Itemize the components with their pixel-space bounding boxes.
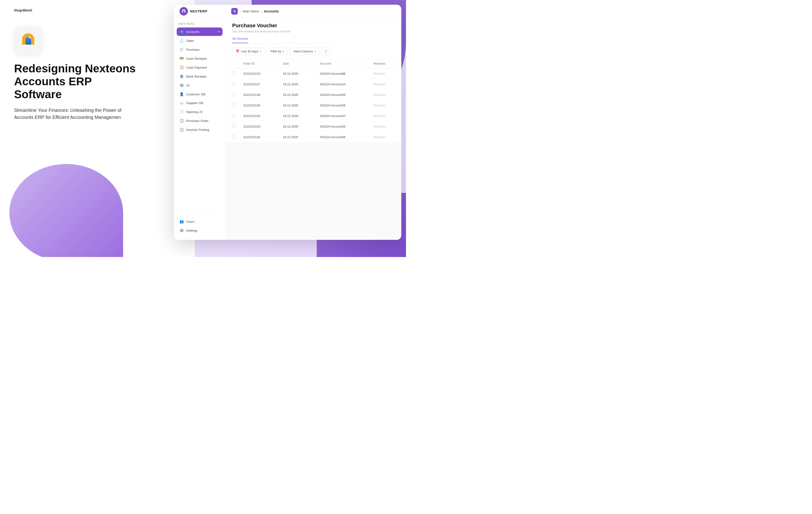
sidebar-item-customer-ob[interactable]: 👤 Customer OB: [177, 90, 223, 98]
view-columns-label: View Columns: [293, 50, 313, 53]
voucher-table: Order ID Date Account Remarks 3123123133…: [226, 59, 401, 142]
sidebar-item-jv[interactable]: ⚙️ JV: [177, 81, 223, 90]
filter-by-button[interactable]: Filter by ▾: [267, 48, 288, 55]
tabs-row: All Voucher: [232, 37, 395, 43]
row-checkbox[interactable]: [232, 82, 236, 86]
sidebar-label-supplier-ob: Supplier OB: [186, 101, 203, 105]
delete-button[interactable]: 🗑: [322, 47, 330, 55]
settings-icon: ⚙️: [179, 228, 184, 233]
sidebar-item-opening-jv[interactable]: 📄 Opening JV: [177, 108, 223, 116]
sidebar-label-opening-jv: Opening JV: [186, 110, 203, 114]
row-account: 343124-Account66: [316, 68, 370, 79]
row-account: 343124-Account25: [316, 121, 370, 132]
row-checkbox-cell[interactable]: [226, 111, 239, 121]
date-filter-chevron-icon: ▾: [260, 50, 261, 53]
voucher-posting-icon: 📋: [179, 127, 184, 132]
row-remarks: Remarks: [370, 68, 401, 79]
row-checkbox-cell[interactable]: [226, 121, 239, 132]
sidebar-item-purchase[interactable]: 🛒 Purchase: [177, 46, 223, 54]
sidebar-item-cash-payment[interactable]: 📋 Cash Payment: [177, 63, 223, 72]
sidebar-item-settings[interactable]: ⚙️ Settings: [177, 226, 223, 235]
sidebar-label-users: Users: [186, 220, 194, 223]
erp-toolbar: 📅 Last 30 days ▾ Filter by ▾ View Column…: [226, 43, 401, 59]
sidebar-label-voucher-posting: Voucher Posting: [186, 128, 209, 131]
table-row[interactable]: 3123123133 24.12.2020 343124-Account25 R…: [226, 121, 401, 132]
row-checkbox-cell[interactable]: [226, 132, 239, 142]
table-row[interactable]: 3123123132 24.12.2020 343124-Account26 R…: [226, 132, 401, 142]
row-order-id: 3123123134: [239, 100, 279, 111]
date-filter-button[interactable]: 📅 Last 30 days ▾: [232, 48, 265, 55]
table-row[interactable]: 3123123134 24.12.2020 343124-Account28 R…: [226, 100, 401, 111]
row-checkbox[interactable]: [232, 103, 236, 107]
sales-icon: 🧾: [179, 38, 184, 43]
row-checkbox-cell[interactable]: [226, 68, 239, 79]
sidebar-label-jv: JV: [186, 84, 190, 87]
table-body: 3123123133 24.12.2020 343124-Account66 R…: [226, 68, 401, 142]
breadcrumb-main-menu[interactable]: Main Menu: [243, 9, 259, 13]
row-checkbox[interactable]: [232, 114, 236, 117]
sidebar-item-purchase-order[interactable]: 📋 Purchase Order: [177, 117, 223, 125]
col-header-account[interactable]: Account: [316, 59, 370, 68]
row-date: 24.12.2020: [279, 111, 316, 121]
left-panel: thegr8binil Redesigning Nexteons Account…: [0, 0, 195, 257]
calendar-icon: 📅: [236, 50, 239, 53]
sidebar-label-settings: Settings: [186, 229, 198, 232]
sidebar-item-supplier-ob[interactable]: 🗂 Supplier OB: [177, 99, 223, 107]
col-header-date[interactable]: Date: [279, 59, 316, 68]
users-icon: 👥: [179, 219, 184, 224]
table-row[interactable]: 3123123137 24.12.2020 343124-Account14 R…: [226, 79, 401, 90]
breadcrumb-sep-2: ›: [261, 9, 262, 13]
row-date: 24.12.2020: [279, 68, 316, 79]
app-icon-svg: [19, 31, 37, 50]
row-checkbox-cell[interactable]: [226, 90, 239, 100]
row-date: 24.12.2020: [279, 90, 316, 100]
erp-sidebar: MAIN MENU 💠 Accounts ▾ 🧾 Sales 🛒 Purchas…: [174, 18, 226, 240]
row-checkbox[interactable]: [232, 93, 236, 96]
row-date: 24.12.2020: [279, 79, 316, 90]
row-order-id: 3123123134: [239, 111, 279, 121]
row-checkbox-cell[interactable]: [226, 79, 239, 90]
sidebar-item-cash-receipts[interactable]: 💳 Cash Receipts: [177, 54, 223, 63]
purchase-order-icon: 📋: [179, 119, 184, 123]
row-account: 343124-Account14: [316, 79, 370, 90]
sidebar-section-label: MAIN MENU: [177, 23, 223, 25]
row-checkbox[interactable]: [232, 135, 236, 139]
row-checkbox[interactable]: [232, 71, 236, 75]
table-row[interactable]: 3123123136 24.12.2020 343124-Account29 R…: [226, 90, 401, 100]
row-order-id: 3123123132: [239, 132, 279, 142]
sidebar-item-sales[interactable]: 🧾 Sales: [177, 36, 223, 45]
erp-table-wrapper[interactable]: Order ID Date Account Remarks 3123123133…: [226, 59, 401, 240]
col-header-remarks[interactable]: Remarks: [370, 59, 401, 68]
breadcrumb-home-icon: ⊞: [231, 8, 238, 14]
col-header-order-id[interactable]: Order ID: [239, 59, 279, 68]
row-remarks: Remarks: [370, 100, 401, 111]
erp-ui-container: NEXTERP ⊞ › Main Menu › Accounts MAIN ME…: [174, 5, 401, 252]
bank-receipts-icon: 🏦: [179, 74, 184, 79]
row-remarks: Remarks: [370, 90, 401, 100]
breadcrumb-current: Accounts: [264, 9, 279, 13]
sidebar-label-accounts: Accounts: [186, 30, 199, 34]
erp-main: Purchase Voucher You are viewing the tot…: [226, 18, 401, 240]
row-remarks: Remarks: [370, 79, 401, 90]
tab-all-voucher[interactable]: All Voucher: [232, 37, 248, 43]
cash-receipts-icon: 💳: [179, 56, 184, 61]
subtitle: Streamline Your Finances: Unleashing the…: [14, 107, 132, 121]
breadcrumb-sep-1: ›: [240, 9, 241, 13]
row-remarks: Remarks: [370, 132, 401, 142]
sidebar-item-users[interactable]: 👥 Users: [177, 217, 223, 226]
table-row[interactable]: 3123123134 24.12.2020 343124-Account27 R…: [226, 111, 401, 121]
delete-icon: 🗑: [324, 49, 328, 53]
row-date: 24.12.2020: [279, 100, 316, 111]
view-columns-button[interactable]: View Columns ▾: [290, 48, 319, 55]
logo-circle: [179, 7, 188, 16]
row-checkbox[interactable]: [232, 124, 236, 128]
sidebar-item-accounts[interactable]: 💠 Accounts ▾: [177, 28, 223, 36]
sidebar-item-voucher-posting[interactable]: 📋 Voucher Posting: [177, 125, 223, 134]
filter-by-label: Filter by: [270, 50, 281, 53]
sidebar-item-bank-receipts[interactable]: 🏦 Bank Receipts: [177, 72, 223, 81]
row-order-id: 3123123137: [239, 79, 279, 90]
table-row[interactable]: 3123123133 24.12.2020 343124-Account66 R…: [226, 68, 401, 79]
row-checkbox-cell[interactable]: [226, 100, 239, 111]
brand-name: thegr8binil: [14, 8, 181, 12]
row-account: 343124-Account28: [316, 100, 370, 111]
